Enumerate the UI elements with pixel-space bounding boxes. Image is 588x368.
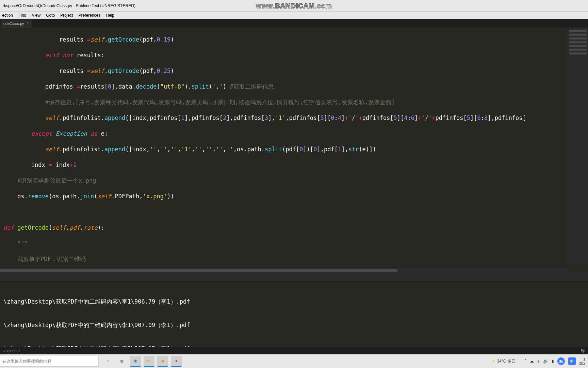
task-view-icon[interactable]: ⧉ [116, 356, 127, 367]
tab-strip: odeClass.py × [0, 19, 588, 28]
code-editor[interactable]: results =self.getQrcode(pdf,0.19) elif n… [0, 28, 568, 264]
wifi-icon[interactable]: ⏚ [537, 359, 540, 364]
menu-help[interactable]: Help [106, 13, 114, 18]
menu-selection[interactable]: ection [2, 13, 13, 18]
console-line: \zhang\Desktop\获取PDF中的二维码内容\李1\906.79（李1… [0, 298, 588, 306]
watermark: www.BANDICAM.com [256, 2, 332, 10]
menu-preferences[interactable]: Preferences [79, 13, 101, 18]
ime-indicator[interactable]: 中 [568, 357, 576, 365]
scroll-thumb[interactable] [0, 269, 397, 272]
cortana-icon[interactable]: ○ [103, 356, 114, 367]
status-right: Sp [581, 349, 585, 353]
window-title: rkspace\QrDecode\QrDecodeClass.py - Subl… [3, 3, 135, 8]
editor-area: results =self.getQrcode(pdf,0.19) elif n… [0, 28, 588, 273]
menu-project[interactable]: Project [60, 13, 73, 18]
baidu-badge-icon[interactable]: du [557, 357, 565, 365]
volume-icon[interactable]: 🔊 [543, 359, 548, 364]
taskbar-pinned-icons: ○ ⧉ ◉ 🗀 ◆ ● [103, 356, 182, 367]
tab-close-icon[interactable]: × [27, 21, 29, 26]
console-line: \zhang\Desktop\获取PDF中的二维码内容\李1\907.09（李1… [0, 321, 588, 329]
weather-widget[interactable]: ☀ 34°C 多云 [492, 358, 515, 364]
status-selection: s selected [3, 349, 20, 353]
sun-icon: ☀ [492, 359, 495, 364]
sublime-text-icon[interactable]: ◆ [157, 356, 168, 367]
battery-icon[interactable]: ▮ [552, 359, 554, 364]
window-titlebar: rkspace\QrDecode\QrDecodeClass.py - Subl… [0, 0, 588, 12]
search-placeholder: 在这里输入你要搜索的内容 [2, 358, 51, 364]
cloud-icon[interactable]: ☁ [530, 359, 534, 364]
edge-icon[interactable]: ◉ [130, 356, 141, 367]
tab-file[interactable]: odeClass.py × [1, 19, 32, 28]
chevron-up-icon[interactable]: ˄ [524, 359, 526, 364]
statusbar: s selected Sp [0, 347, 588, 354]
system-tray: ☀ 34°C 多云 ˄ ☁ ⏚ 🔊 ▮ du 中 1 202 [492, 357, 588, 365]
menu-find[interactable]: Find [18, 13, 26, 18]
menu-goto[interactable]: Goto [46, 13, 55, 18]
file-explorer-icon[interactable]: 🗀 [144, 356, 154, 367]
clock[interactable]: 1 202 [579, 357, 585, 365]
horizontal-scrollbar[interactable] [0, 268, 568, 273]
taskbar-search-input[interactable]: 在这里输入你要搜索的内容 [0, 356, 99, 367]
build-output-panel[interactable]: \zhang\Desktop\获取PDF中的二维码内容\李1\906.79（李1… [0, 281, 588, 350]
menubar: ection Find View Goto Project Preference… [0, 12, 588, 19]
minimap[interactable] [568, 28, 588, 264]
weather-text: 34°C 多云 [497, 358, 515, 364]
menu-view[interactable]: View [32, 13, 40, 18]
tab-filename: odeClass.py [3, 21, 24, 26]
record-icon[interactable]: ● [171, 356, 182, 367]
windows-taskbar: 在这里输入你要搜索的内容 ○ ⧉ ◉ 🗀 ◆ ● ☀ 34°C 多云 ˄ ☁ ⏚… [0, 354, 588, 368]
